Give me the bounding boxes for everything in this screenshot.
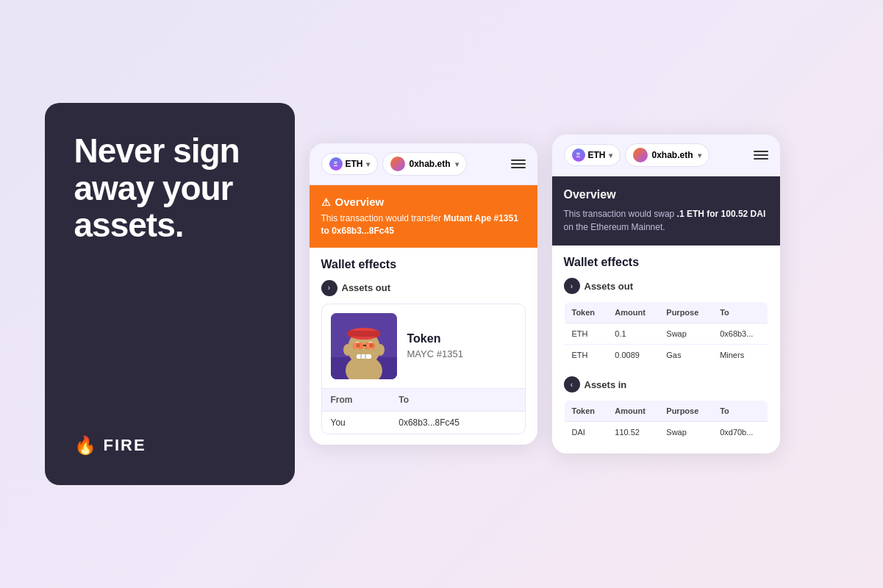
- svg-rect-9: [360, 354, 362, 359]
- in-row1-amount: 110.52: [607, 422, 659, 443]
- swap-eth-label: ETH: [588, 150, 606, 160]
- table-row: ETH 0.0089 Gas Miners: [564, 345, 768, 366]
- from-value: You: [322, 411, 390, 434]
- fire-icon: 🔥: [74, 435, 98, 456]
- swap-hamburger-menu[interactable]: [754, 151, 768, 159]
- out-row2-purpose: Gas: [659, 345, 712, 366]
- eth-network-badge[interactable]: Ξ ETH ▾: [321, 153, 378, 175]
- swap-hamburger-line-2: [754, 154, 768, 156]
- swap-overview-dark: Overview This transaction would swap .1 …: [552, 176, 780, 245]
- out-purpose-header: Purpose: [659, 302, 712, 323]
- nft-assets-out-label: › Assets out: [321, 280, 526, 296]
- out-row2-to: Miners: [712, 345, 768, 366]
- out-row1-to: 0x68b3...: [712, 323, 768, 345]
- nft-wallet-badge[interactable]: 0xhab.eth ▾: [382, 152, 467, 176]
- swap-eth-badge[interactable]: Ξ ETH ▾: [564, 144, 621, 166]
- swap-overview-text: This transaction would swap .1 ETH for 1…: [564, 207, 768, 234]
- nft-browser-header: Ξ ETH ▾ 0xhab.eth ▾: [310, 143, 537, 185]
- wallet-avatar: [390, 157, 405, 171]
- to-value: 0x68b3...8Fc45: [390, 411, 524, 434]
- nft-overview-heading: Overview: [335, 196, 385, 208]
- nft-overview-title: ⚠ Overview: [321, 196, 526, 208]
- nft-from-to-table: From To You 0x68b3...8Fc45: [322, 389, 525, 434]
- svg-rect-8: [357, 354, 371, 359]
- swap-eth-chevron-icon: ▾: [609, 151, 612, 159]
- table-row: You 0x68b3...8Fc45: [322, 411, 525, 434]
- swap-assets-in-arrow-icon[interactable]: ‹: [564, 376, 580, 392]
- svg-rect-16: [365, 343, 375, 349]
- nft-token-label: Token: [407, 332, 463, 345]
- in-row1-token: DAI: [564, 422, 607, 443]
- swap-assets-in-text: Assets in: [585, 379, 627, 390]
- hamburger-line-3: [511, 167, 526, 168]
- swap-overview-bold: .1 ETH for 100.52 DAI: [677, 209, 766, 219]
- nft-image-area: Token MAYC #1351: [322, 304, 525, 389]
- from-col-header: From: [322, 389, 390, 412]
- svg-rect-10: [365, 354, 366, 359]
- swap-out-table: Token Amount Purpose To ETH 0.1 Swap 0x6…: [564, 301, 768, 366]
- table-row: ETH 0.1 Swap 0x68b3...: [564, 323, 768, 345]
- swap-in-table: Token Amount Purpose To DAI 110.52 Swap …: [564, 400, 768, 443]
- hero-title: Never sign away your assets.: [74, 132, 265, 244]
- out-row2-amount: 0.0089: [607, 345, 659, 366]
- nft-assets-out-text: Assets out: [342, 282, 390, 293]
- out-amount-header: Amount: [607, 302, 659, 323]
- out-row1-purpose: Swap: [659, 323, 712, 345]
- main-container: Never sign away your assets. 🔥 FIRE Ξ ET…: [15, 74, 868, 514]
- nft-overview-bold: Mutant Ape #1351 to 0x68b3...8Fc45: [321, 213, 518, 236]
- svg-rect-15: [353, 343, 363, 349]
- swap-assets-out-text: Assets out: [585, 281, 633, 292]
- out-row1-amount: 0.1: [607, 323, 659, 345]
- hamburger-line-1: [511, 159, 526, 161]
- nft-wallet-effects: Wallet effects › Assets out: [310, 248, 537, 445]
- nft-card: Token MAYC #1351 From To You: [321, 304, 526, 434]
- eth-chevron-icon: ▾: [366, 160, 370, 168]
- in-row1-to: 0xd70b...: [712, 422, 768, 443]
- nft-collection-name: MAYC #1351: [407, 348, 463, 359]
- fire-logo: 🔥 FIRE: [74, 435, 265, 456]
- svg-rect-17: [363, 345, 366, 346]
- swap-browser-header: Ξ ETH ▾ 0xhab.eth ▾: [552, 135, 780, 176]
- swap-wallet-effects: Wallet effects › Assets out Token Amount…: [552, 245, 780, 453]
- swap-wallet-avatar: [633, 148, 648, 162]
- swap-header-left: Ξ ETH ▾ 0xhab.eth ▾: [564, 143, 709, 167]
- svg-point-13: [343, 344, 352, 356]
- nft-image: [331, 313, 397, 379]
- nft-wallet-address: 0xhab.eth: [410, 159, 451, 169]
- swap-wallet-badge[interactable]: 0xhab.eth ▾: [625, 143, 709, 167]
- out-token-header: Token: [564, 302, 607, 323]
- in-row1-purpose: Swap: [659, 422, 712, 443]
- nft-wallet-effects-title: Wallet effects: [321, 258, 526, 271]
- wallet-chevron-icon: ▾: [455, 160, 459, 168]
- out-row2-token: ETH: [564, 345, 607, 366]
- swap-overview-title: Overview: [564, 188, 768, 201]
- out-row1-token: ETH: [564, 323, 607, 345]
- swap-assets-out-arrow-icon[interactable]: ›: [564, 278, 580, 294]
- in-token-header: Token: [564, 401, 607, 422]
- out-to-header: To: [712, 302, 768, 323]
- swap-eth-icon: Ξ: [572, 148, 585, 162]
- nft-hamburger-menu[interactable]: [511, 159, 526, 168]
- swap-panel: Ξ ETH ▾ 0xhab.eth ▾ Overview This tra: [552, 135, 780, 453]
- nft-info: Token MAYC #1351: [407, 332, 463, 359]
- to-col-header: To: [390, 389, 524, 412]
- eth-label: ETH: [346, 159, 363, 169]
- swap-hamburger-line-1: [754, 151, 768, 152]
- fire-brand-name: FIRE: [104, 436, 146, 455]
- nft-panel: Ξ ETH ▾ 0xhab.eth ▾ ⚠ Overview: [310, 143, 537, 445]
- swap-assets-in-label: ‹ Assets in: [564, 376, 768, 392]
- assets-out-arrow-icon[interactable]: ›: [321, 280, 337, 296]
- swap-wallet-chevron-icon: ▾: [698, 151, 701, 159]
- swap-assets-out-label: › Assets out: [564, 278, 768, 294]
- nft-header-left: Ξ ETH ▾ 0xhab.eth ▾: [321, 152, 467, 176]
- hero-panel: Never sign away your assets. 🔥 FIRE: [45, 103, 295, 485]
- eth-icon: Ξ: [329, 157, 343, 171]
- in-purpose-header: Purpose: [659, 401, 712, 422]
- in-to-header: To: [712, 401, 768, 422]
- swap-wallet-address: 0xhab.eth: [652, 150, 693, 160]
- in-amount-header: Amount: [607, 401, 659, 422]
- warning-icon: ⚠: [321, 196, 331, 208]
- hamburger-line-2: [511, 163, 526, 165]
- nft-overview-text: This transaction would transfer Mutant A…: [321, 212, 526, 237]
- swap-hamburger-line-3: [754, 158, 768, 159]
